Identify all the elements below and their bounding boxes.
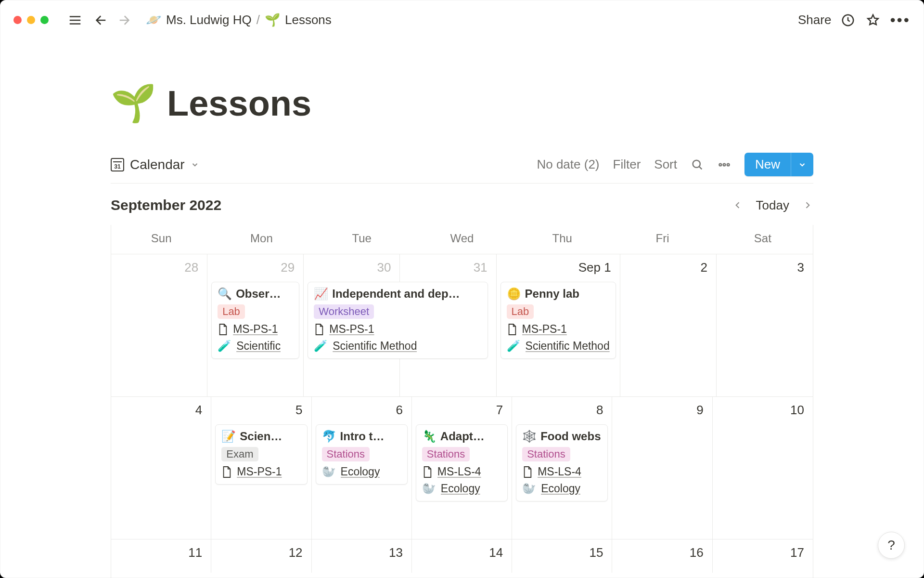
svg-point-2 — [719, 163, 721, 166]
next-month-icon[interactable] — [802, 199, 813, 211]
new-button: New — [744, 153, 813, 176]
calendar-day[interactable]: 2 — [620, 254, 717, 396]
window-controls — [13, 16, 49, 24]
calendar-day[interactable]: 7🦎Adapt…StationsMS-LS-4🦭Ecology — [412, 397, 512, 539]
page-menu-icon[interactable]: ••• — [890, 11, 911, 29]
today-button[interactable]: Today — [756, 198, 789, 213]
updates-icon[interactable] — [840, 12, 856, 28]
page-title[interactable]: Lessons — [167, 83, 311, 124]
forward-icon[interactable] — [117, 12, 133, 28]
help-button[interactable]: ? — [878, 532, 905, 559]
day-header: Thu — [512, 225, 612, 254]
day-number: 7 — [416, 403, 508, 418]
calendar-event-card[interactable]: 🦎Adapt…StationsMS-LS-4🦭Ecology — [416, 424, 508, 501]
calendar-event-card[interactable]: 🕸️Food websStationsMS-LS-4🦭Ecology — [516, 424, 608, 501]
relation-emoji-icon: 🦭 — [322, 465, 336, 478]
day-header: Wed — [412, 225, 512, 254]
calendar-day[interactable]: 29🔍Obser…LabMS-PS-1🧪Scientific — [207, 254, 304, 396]
card-relation: MS-PS-1 — [507, 323, 610, 336]
card-tag: Lab — [218, 304, 245, 319]
share-button[interactable]: Share — [798, 13, 831, 27]
calendar-day[interactable]: 10 — [713, 397, 813, 539]
calendar-day[interactable]: Sep 1🪙Penny labLabMS-PS-1🧪Scientific Met… — [497, 254, 620, 396]
calendar-day[interactable]: 5📝Scien…ExamMS-PS-1 — [211, 397, 311, 539]
card-relation: 🧪Scientific Method — [507, 340, 610, 353]
breadcrumb-parent-label: Ms. Ludwig HQ — [166, 13, 252, 27]
card-title: 📝Scien… — [221, 430, 301, 443]
card-emoji-icon: 📈 — [314, 287, 328, 301]
no-date-button[interactable]: No date (2) — [537, 157, 599, 172]
view-label: Calendar — [130, 157, 185, 172]
card-relation: MS-PS-1 — [221, 465, 301, 478]
month-label: September 2022 — [111, 197, 221, 213]
card-tag: Stations — [522, 447, 570, 461]
card-relation: MS-LS-4 — [522, 465, 602, 478]
new-button-main[interactable]: New — [744, 153, 791, 176]
month-nav: September 2022 Today — [111, 197, 813, 213]
breadcrumb: 🪐 Ms. Ludwig HQ / 🌱 Lessons — [146, 13, 332, 27]
calendar-day[interactable]: 11 — [111, 539, 211, 573]
calendar-event-card[interactable]: 🐬Intro t…Stations🦭Ecology — [316, 424, 408, 485]
calendar-day[interactable]: 13 — [312, 539, 412, 573]
calendar-day[interactable]: 9 — [612, 397, 712, 539]
card-emoji-icon: 🕸️ — [522, 430, 537, 443]
calendar-day[interactable]: 14 — [412, 539, 512, 573]
svg-point-3 — [723, 163, 726, 166]
card-tag: Exam — [221, 447, 258, 461]
calendar-day[interactable]: 28 — [111, 254, 207, 396]
prev-month-icon[interactable] — [732, 199, 744, 211]
more-icon[interactable] — [718, 158, 731, 171]
day-header: Sun — [111, 225, 211, 254]
card-relation: 🦭Ecology — [522, 482, 602, 495]
sort-button[interactable]: Sort — [654, 157, 677, 172]
card-tag: Lab — [507, 304, 534, 319]
calendar-grid: SunMonTueWedThuFriSat 2829🔍Obser…LabMS-P… — [111, 225, 813, 578]
relation-emoji-icon: 🧪 — [507, 340, 521, 353]
calendar-day[interactable]: 30📈Independent and dep…WorksheetMS-PS-1🧪… — [304, 254, 400, 396]
calendar-icon: 31 — [111, 158, 124, 171]
card-emoji-icon: 🦎 — [422, 430, 436, 443]
day-number: 12 — [215, 545, 307, 560]
view-switcher[interactable]: 31 Calendar — [111, 157, 199, 172]
breadcrumb-parent[interactable]: 🪐 Ms. Ludwig HQ — [146, 13, 252, 27]
day-number: Sep 1 — [500, 260, 616, 275]
calendar-day[interactable]: 3 — [717, 254, 813, 396]
calendar-day[interactable]: 12 — [211, 539, 311, 573]
day-number: 13 — [316, 545, 408, 560]
calendar-day[interactable]: 16 — [612, 539, 712, 573]
card-title: 🕸️Food webs — [522, 430, 602, 443]
calendar-day[interactable]: 4 — [111, 397, 211, 539]
calendar-week: 11121314151617 — [111, 539, 813, 573]
calendar-event-card[interactable]: 🔍Obser…LabMS-PS-1🧪Scientific — [211, 282, 299, 359]
minimize-window-icon[interactable] — [27, 16, 35, 24]
calendar-day[interactable]: 31 — [400, 254, 496, 396]
calendar-event-card[interactable]: 📝Scien…ExamMS-PS-1 — [215, 424, 307, 485]
day-number: 29 — [211, 260, 299, 275]
filter-button[interactable]: Filter — [613, 157, 641, 172]
calendar-day[interactable]: 8🕸️Food websStationsMS-LS-4🦭Ecology — [512, 397, 612, 539]
zoom-window-icon[interactable] — [40, 16, 49, 24]
close-window-icon[interactable] — [13, 16, 22, 24]
menu-icon[interactable] — [67, 12, 83, 28]
database-toolbar: 31 Calendar No date (2) Filter Sort New — [111, 153, 813, 184]
day-header: Fri — [612, 225, 712, 254]
card-relation: 🦭Ecology — [422, 482, 501, 495]
day-number: 5 — [215, 403, 307, 418]
day-header: Mon — [211, 225, 311, 254]
svg-point-1 — [693, 160, 700, 167]
calendar-week: 2829🔍Obser…LabMS-PS-1🧪Scientific30📈Indep… — [111, 254, 813, 396]
search-icon[interactable] — [691, 158, 704, 171]
page-icon[interactable]: 🌱 — [111, 81, 156, 125]
breadcrumb-current[interactable]: 🌱 Lessons — [265, 13, 332, 27]
card-emoji-icon: 🪙 — [507, 287, 521, 301]
back-icon[interactable] — [92, 12, 108, 28]
favorite-icon[interactable] — [865, 12, 881, 28]
calendar-day[interactable]: 17 — [713, 539, 813, 573]
day-number: 28 — [115, 260, 203, 275]
chevron-down-icon — [191, 160, 199, 169]
calendar-day[interactable]: 6🐬Intro t…Stations🦭Ecology — [312, 397, 412, 539]
new-button-dropdown[interactable] — [791, 153, 813, 176]
relation-emoji-icon: 🧪 — [314, 340, 328, 353]
calendar-day[interactable]: 15 — [512, 539, 612, 573]
calendar-event-card[interactable]: 🪙Penny labLabMS-PS-1🧪Scientific Method — [500, 282, 616, 359]
